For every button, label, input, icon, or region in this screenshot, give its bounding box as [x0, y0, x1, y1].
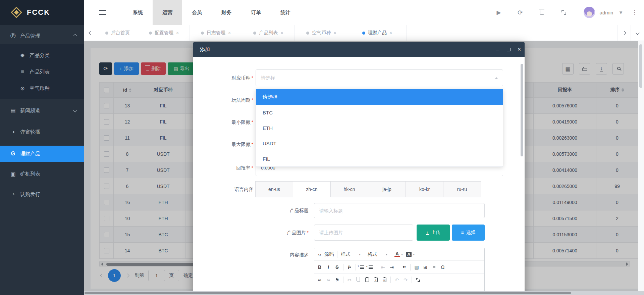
scrollbar-thumb[interactable] — [639, 44, 642, 88]
tab-close-icon[interactable]: × — [280, 30, 283, 36]
scrollbar-thumb[interactable] — [85, 292, 571, 294]
styles-combo[interactable]: 样式▾ — [341, 251, 361, 257]
tab-close-icon[interactable]: × — [228, 30, 231, 36]
tab-home[interactable]: 后台首页 — [97, 25, 138, 41]
tab-dot-icon — [253, 32, 256, 35]
dialog-header[interactable]: 添加 — [193, 42, 525, 57]
dialog-scrollbar[interactable] — [521, 64, 523, 156]
dialog-title: 添加 — [200, 46, 210, 53]
sidebar-item-label: 弹窗轮播 — [20, 129, 40, 135]
cut-icon: ✂ — [347, 277, 352, 283]
bold-icon[interactable]: B — [317, 264, 322, 270]
paste-word-icon[interactable]: W — [382, 278, 387, 282]
sidebar-item-miner-list[interactable]: ▣ 矿机列表 — [0, 166, 84, 182]
lang-tab-ru-ru[interactable]: ru-ru — [443, 181, 481, 197]
more-vertical-icon[interactable]: ⋮ — [631, 0, 639, 25]
sidebar-item-air-coin[interactable]: ⊛ 空气币种 — [0, 80, 84, 96]
nav-item-finance[interactable]: 财务 — [212, 0, 241, 25]
tabs-scroll-left[interactable] — [84, 25, 97, 41]
pie-chart-icon: ◔ — [9, 191, 17, 197]
dropdown-option[interactable]: 请选择 — [256, 89, 503, 105]
undo-icon: ↶ — [394, 277, 399, 283]
refresh-icon[interactable]: ⟳ — [514, 0, 527, 25]
user-menu[interactable]: admin — [596, 0, 616, 25]
tab-finance-product[interactable]: 理财产品× — [348, 25, 407, 41]
tab-config[interactable]: 配置管理× — [138, 25, 190, 41]
nav-item-order[interactable]: 订单 — [241, 0, 271, 25]
dropdown-option[interactable]: BTC — [256, 105, 503, 120]
ordered-list-icon[interactable] — [359, 265, 365, 269]
close-icon[interactable]: × — [514, 42, 524, 57]
tabs-scroll-right[interactable] — [617, 25, 631, 41]
lang-tab-hk-cn[interactable]: hk-cn — [330, 181, 368, 197]
paste-text-icon[interactable]: T — [373, 278, 378, 282]
dropdown-option[interactable]: FIL — [256, 151, 503, 166]
coin-spiral-icon: ⊛ — [19, 85, 26, 92]
field-label-title: 产品标题 — [258, 203, 309, 218]
lang-tab-zh-cn[interactable]: zh-cn — [293, 181, 331, 197]
paste-icon[interactable] — [364, 278, 370, 282]
strikethrough-icon[interactable]: S — [334, 264, 340, 270]
tab-product-list[interactable]: 产品列表× — [242, 25, 295, 41]
tab-close-icon[interactable]: × — [333, 30, 336, 36]
sidebar-item-finance-product[interactable]: G 理财产品 — [0, 146, 84, 162]
source-label[interactable]: 源码 — [324, 251, 334, 257]
logo: FCCK — [0, 0, 84, 25]
nav-item-system[interactable]: 系统 — [123, 0, 153, 25]
remove-format-icon[interactable]: Ix — [347, 264, 352, 270]
dropdown-option[interactable]: USDT — [256, 136, 503, 151]
window-horizontal-scrollbar[interactable] — [84, 291, 644, 295]
lang-tab-ko-kr[interactable]: ko-kr — [406, 181, 443, 197]
source-icon[interactable]: ‹› — [317, 252, 322, 257]
blockquote-icon[interactable]: ” — [401, 264, 407, 270]
sidebar-item-product-list[interactable]: ≡ 产品列表 — [0, 64, 84, 80]
currency-dropdown: 请选择 BTC ETH USDT FIL — [256, 89, 503, 167]
sidebar-item-product-manage[interactable]: Ⓟ 产品管理 — [0, 28, 84, 44]
product-title-input[interactable] — [314, 203, 485, 218]
tab-dot-icon — [149, 32, 152, 35]
dropdown-option[interactable]: ETH — [256, 120, 503, 136]
image-icon[interactable]: ▧ — [414, 264, 419, 270]
tab-close-icon[interactable]: × — [389, 30, 392, 36]
nav-item-operation[interactable]: 运营 — [153, 0, 182, 25]
avatar[interactable] — [584, 7, 595, 18]
text-color-icon[interactable]: A — [394, 251, 400, 257]
sidebar-item-news-channel[interactable]: ▤ 新闻频道 — [0, 102, 84, 118]
lang-tab-en-us[interactable]: en-us — [255, 181, 293, 197]
choose-button[interactable]: ≡ 选择 — [452, 225, 485, 241]
special-char-icon[interactable]: Ω — [440, 264, 445, 270]
minimize-icon[interactable]: – — [492, 42, 502, 57]
italic-icon[interactable]: I — [326, 264, 331, 270]
maximize-icon[interactable] — [503, 42, 514, 57]
anchor-flag-icon[interactable]: ⚑ — [334, 277, 340, 283]
sidebar-item-product-category[interactable]: ✹ 产品分类 — [0, 47, 84, 63]
bg-color-icon[interactable]: A — [406, 252, 412, 257]
fullscreen-icon[interactable] — [557, 0, 571, 25]
currency-select[interactable]: 请选择 — [256, 69, 503, 86]
link-icon[interactable]: ∞ — [317, 277, 322, 283]
trash-icon[interactable] — [535, 0, 549, 25]
sidebar-item-popup-carousel[interactable]: ◑ 弹窗轮播 — [0, 124, 84, 140]
tabs-dropdown[interactable] — [631, 25, 644, 41]
sidebar-item-label: 新闻频道 — [20, 107, 40, 114]
table-icon[interactable]: ⊞ — [423, 264, 428, 270]
indent-icon[interactable]: ⇥ — [389, 264, 394, 270]
play-icon[interactable]: ▶ — [492, 0, 505, 25]
field-label-language: 语言内容 — [203, 181, 253, 197]
maximize-editor-icon[interactable] — [415, 278, 421, 282]
lang-tab-ja-jp[interactable]: ja-jp — [368, 181, 406, 197]
tab-close-icon[interactable]: × — [176, 30, 179, 36]
tab-air-coin[interactable]: 空气币种× — [295, 25, 348, 41]
product-image-input[interactable] — [314, 225, 413, 241]
format-combo[interactable]: 格式▾ — [368, 251, 387, 257]
horizontal-rule-icon[interactable]: ≡ — [431, 264, 437, 270]
tab-logs[interactable]: 日志管理× — [190, 25, 242, 41]
nav-item-member[interactable]: 会员 — [182, 0, 212, 25]
app-screen: FCCK Ⓟ 产品管理 ✹ 产品分类 ≡ 产品列表 ⊛ 空气币种 ▤ 新闻频道 … — [0, 0, 644, 295]
page-vertical-scrollbar[interactable] — [638, 41, 644, 295]
sidebar-item-subscribe-issue[interactable]: ◔ 认购发行 — [0, 186, 84, 202]
editor-toolbar-row-2: B I S Ix ⇤ ⇥ ” ▧ ⊞ ≡ Ω — [314, 261, 484, 274]
upload-button[interactable]: ↑ 上传 — [417, 225, 450, 241]
bullet-list-icon[interactable] — [368, 265, 373, 269]
nav-item-statistics[interactable]: 统计 — [271, 0, 300, 25]
